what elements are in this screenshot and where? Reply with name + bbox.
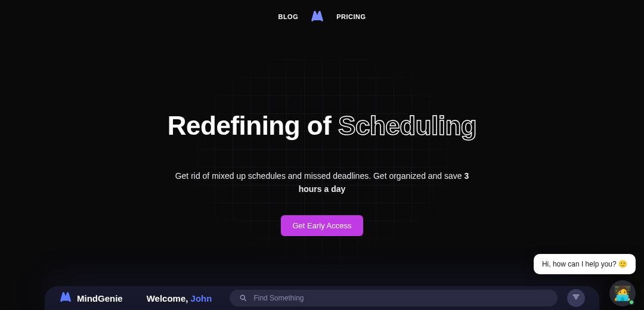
search-input[interactable] [253,294,548,302]
welcome-text: Welcome, [147,293,191,303]
welcome-message: Welcome, John [147,293,212,303]
headline-prefix: Redefining of [168,111,338,140]
chat-launcher-button[interactable]: 🧑‍💻 [609,280,636,306]
logo-icon[interactable] [310,10,324,24]
avatar-icon: 🧑‍💻 [614,286,631,300]
chat-message-text: Hi, how can I help you? 🙂 [542,260,627,268]
app-logo-icon [59,291,72,306]
nav-pricing-link[interactable]: PRICING [336,13,366,20]
app-brand-name: MindGenie [77,293,123,303]
svg-line-1 [244,299,246,301]
hero-section: Redefining of Scheduling Get rid of mixe… [0,33,644,236]
get-early-access-button[interactable]: Get Early Access [281,215,364,236]
welcome-username: John [191,293,212,303]
status-indicator-online [628,299,634,305]
filter-icon [572,293,580,303]
filter-button[interactable] [567,289,585,307]
hero-headline: Redefining of Scheduling [168,111,476,141]
headline-outline-word: Scheduling [338,111,476,140]
top-nav: BLOG PRICING [0,0,644,33]
chat-help-bubble[interactable]: Hi, how can I help you? 🙂 [534,254,636,274]
hero-subhead: Get rid of mixed up schedules and missed… [167,169,477,196]
subhead-text: Get rid of mixed up schedules and missed… [175,171,465,181]
search-box[interactable] [230,290,558,306]
nav-blog-link[interactable]: BLOG [278,13,298,20]
svg-point-0 [241,295,245,299]
app-preview-panel: MindGenie Welcome, John [45,286,599,310]
search-icon [239,294,247,302]
app-brand: MindGenie [59,291,123,306]
